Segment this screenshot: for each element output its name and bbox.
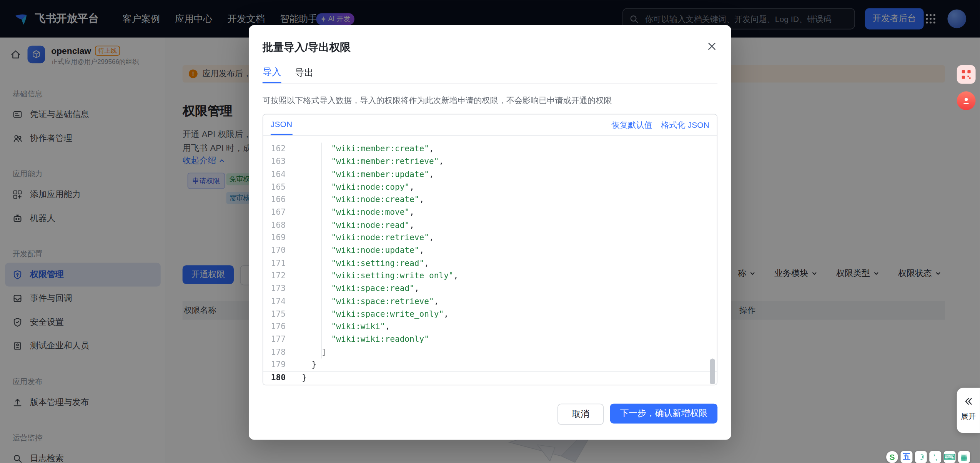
line-number: 166 bbox=[263, 194, 286, 206]
ime-wubi-icon[interactable]: 五 bbox=[900, 451, 912, 463]
editor-language-tab[interactable]: JSON bbox=[271, 114, 292, 135]
code-line: 162 "wiki:member:create", bbox=[263, 143, 717, 155]
code-text: "wiki:space:retrieve", bbox=[302, 295, 439, 308]
code-text: "wiki:node:copy", bbox=[302, 181, 414, 194]
code-line: 167 "wiki:node:move", bbox=[263, 206, 717, 219]
line-number: 178 bbox=[263, 346, 286, 359]
code-line: 177 "wiki:wiki:readonly" bbox=[263, 333, 717, 346]
line-number: 180 bbox=[263, 372, 286, 384]
expand-label: 展开 bbox=[961, 411, 976, 422]
line-number: 176 bbox=[263, 321, 286, 333]
line-number: 164 bbox=[263, 168, 286, 181]
close-icon[interactable] bbox=[705, 39, 719, 53]
code-text: } bbox=[302, 372, 307, 384]
line-number: 179 bbox=[263, 359, 286, 371]
tab-import[interactable]: 导入 bbox=[263, 63, 281, 84]
json-editor[interactable]: 162 "wiki:member:create",163 "wiki:membe… bbox=[263, 136, 717, 384]
double-chevron-left-icon bbox=[964, 397, 973, 406]
line-number: 165 bbox=[263, 181, 286, 194]
code-text: "wiki:node:update", bbox=[302, 244, 424, 257]
code-line: 166 "wiki:node:create", bbox=[263, 194, 717, 206]
code-line: 178 ] bbox=[263, 346, 717, 359]
code-text: "wiki:node:create", bbox=[302, 194, 424, 206]
editor-header: JSON 恢复默认值 格式化 JSON bbox=[263, 114, 717, 135]
code-line: 175 "wiki:space:write_only", bbox=[263, 308, 717, 321]
restore-default-link[interactable]: 恢复默认值 bbox=[612, 119, 652, 130]
editor-actions: 恢复默认值 格式化 JSON bbox=[612, 119, 709, 130]
modal-title: 批量导入/导出权限 bbox=[263, 40, 351, 54]
ime-punct-icon[interactable]: ’, bbox=[929, 451, 941, 463]
indent-guide bbox=[321, 143, 322, 359]
line-number: 169 bbox=[263, 232, 286, 244]
code-line: 180} bbox=[263, 371, 717, 384]
code-line: 169 "wiki:node:retrieve", bbox=[263, 232, 717, 244]
code-line: 179 } bbox=[263, 359, 717, 371]
line-number: 175 bbox=[263, 308, 286, 321]
confirm-next-button[interactable]: 下一步，确认新增权限 bbox=[610, 404, 718, 424]
cancel-button[interactable]: 取消 bbox=[557, 404, 604, 425]
code-line: 168 "wiki:node:read", bbox=[263, 219, 717, 232]
code-line: 174 "wiki:space:retrieve", bbox=[263, 295, 717, 308]
qr-promo-widget[interactable] bbox=[957, 65, 976, 84]
line-number: 167 bbox=[263, 206, 286, 219]
activity-widget[interactable] bbox=[957, 91, 976, 110]
code-line: 176 "wiki:wiki", bbox=[263, 321, 717, 333]
code-text: "wiki:wiki", bbox=[302, 321, 390, 333]
line-number: 170 bbox=[263, 244, 286, 257]
ime-moon-icon[interactable]: ☽ bbox=[915, 451, 927, 463]
modal-footer: 取消 下一步，确认新增权限 bbox=[557, 404, 717, 425]
json-editor-panel: JSON 恢复默认值 格式化 JSON 162 "wiki:member:cre… bbox=[263, 114, 717, 386]
code-text: } bbox=[302, 359, 316, 371]
line-number: 174 bbox=[263, 295, 286, 308]
code-text: "wiki:space:read", bbox=[302, 282, 419, 295]
line-number: 177 bbox=[263, 333, 286, 346]
batch-import-export-modal: 批量导入/导出权限 导入 导出 可按照以下格式导入数据，导入的权限将作为此次新增… bbox=[249, 25, 731, 440]
code-line: 172 "wiki:setting:write_only", bbox=[263, 270, 717, 282]
modal-tabs: 导入 导出 bbox=[263, 63, 717, 84]
format-json-link[interactable]: 格式化 JSON bbox=[661, 119, 709, 130]
modal-description: 可按照以下格式导入数据，导入的权限将作为此次新增申请的权限，不会影响已申请或开通… bbox=[263, 95, 612, 106]
code-text: "wiki:node:read", bbox=[302, 219, 414, 232]
ime-toolbar: S五☽’,⌨▦ bbox=[886, 449, 970, 463]
ime-toolbox-icon[interactable]: ▦ bbox=[958, 451, 970, 463]
editor-scrollbar[interactable] bbox=[710, 358, 715, 384]
code-line: 171 "wiki:setting:read", bbox=[263, 257, 717, 270]
code-text: ] bbox=[302, 346, 326, 359]
code-line: 173 "wiki:space:read", bbox=[263, 282, 717, 295]
tab-export[interactable]: 导出 bbox=[295, 63, 314, 84]
code-text: "wiki:member:retrieve", bbox=[302, 155, 444, 168]
line-number: 172 bbox=[263, 270, 286, 282]
ime-sogou-icon[interactable]: S bbox=[886, 451, 898, 463]
line-number: 171 bbox=[263, 257, 286, 270]
code-text: "wiki:node:move", bbox=[302, 206, 414, 219]
code-text: "wiki:space:write_only", bbox=[302, 308, 449, 321]
ime-keyboard-icon[interactable]: ⌨ bbox=[944, 451, 956, 463]
line-number: 162 bbox=[263, 143, 286, 155]
line-number: 168 bbox=[263, 219, 286, 232]
expand-panel-button[interactable]: 展开 bbox=[957, 388, 980, 433]
code-line: 164 "wiki:member:update", bbox=[263, 168, 717, 181]
code-text: "wiki:setting:write_only", bbox=[302, 270, 458, 282]
line-number: 163 bbox=[263, 155, 286, 168]
code-line: 170 "wiki:node:update", bbox=[263, 244, 717, 257]
page: 飞书开放平台 客户案例应用中心开发文档智能助手 AI 开发 开发者后台 bbox=[0, 0, 980, 463]
line-number: 173 bbox=[263, 282, 286, 295]
code-line: 163 "wiki:member:retrieve", bbox=[263, 155, 717, 168]
code-line: 165 "wiki:node:copy", bbox=[263, 181, 717, 194]
